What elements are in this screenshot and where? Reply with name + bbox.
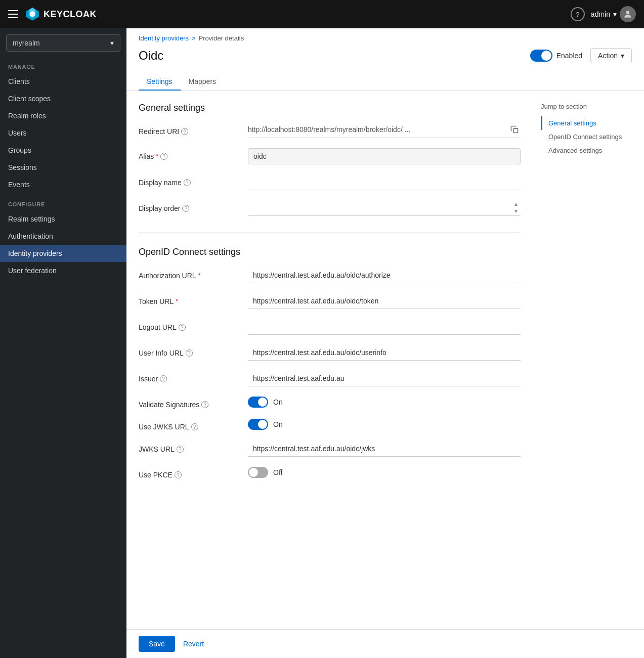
use-jwks-url-knob [258, 420, 267, 429]
issuer-control [248, 371, 521, 386]
sidebar-item-authentication[interactable]: Authentication [0, 228, 126, 245]
sidebar-label-realm-roles: Realm roles [8, 112, 46, 120]
display-name-control [248, 174, 521, 190]
logout-url-control [248, 319, 521, 335]
action-button[interactable]: Action ▾ [590, 48, 632, 63]
topnav: KEYCLOAK ? admin ▾ [0, 0, 644, 28]
validate-sig-help-icon[interactable]: ? [201, 401, 208, 408]
display-order-up[interactable]: ▲ [511, 201, 521, 208]
redirect-uri-value: http://localhost:8080/realms/myrealm/bro… [248, 125, 504, 134]
logo-text: KEYCLOAK [44, 9, 97, 20]
logout-url-help-icon[interactable]: ? [179, 324, 186, 331]
use-pkce-help-icon[interactable]: ? [175, 471, 182, 478]
jump-item-general[interactable]: General settings [541, 116, 636, 130]
use-pkce-toggle[interactable] [248, 467, 268, 478]
enabled-toggle-knob [541, 51, 551, 61]
jwks-url-input[interactable] [248, 441, 521, 457]
realm-selector[interactable]: myrealm ▾ [6, 34, 120, 52]
alias-required-star: * [156, 153, 158, 160]
user-caret-icon: ▾ [613, 10, 617, 18]
use-jwks-url-label: Use JWKS URL ? [139, 419, 240, 431]
form-area: General settings Redirect URI ? http://l… [126, 103, 533, 618]
tab-mappers[interactable]: Mappers [181, 73, 224, 91]
help-button[interactable]: ? [571, 7, 585, 21]
use-jwks-url-toggle-row: On [248, 419, 521, 430]
manage-section-label: Manage [0, 56, 126, 73]
userinfo-url-input[interactable] [248, 345, 521, 361]
sidebar-item-clients[interactable]: Clients [0, 73, 126, 90]
breadcrumb-current: Provider details [199, 34, 244, 42]
page-title: Oidc [139, 49, 522, 63]
jwks-url-help-icon[interactable]: ? [177, 446, 184, 453]
issuer-help-icon[interactable]: ? [160, 375, 167, 382]
use-jwks-url-control: On [248, 419, 521, 430]
use-jwks-url-row: Use JWKS URL ? On [139, 419, 521, 431]
menu-toggle[interactable] [8, 10, 18, 18]
sidebar-label-client-scopes: Client scopes [8, 95, 51, 103]
sidebar-label-clients: Clients [8, 77, 30, 85]
layout: myrealm ▾ Manage Clients Client scopes R… [0, 28, 644, 658]
enabled-toggle-wrap: Enabled [530, 50, 582, 62]
sidebar-item-client-scopes[interactable]: Client scopes [0, 90, 126, 107]
sidebar-item-realm-roles[interactable]: Realm roles [0, 107, 126, 124]
sidebar-item-groups[interactable]: Groups [0, 142, 126, 159]
display-order-input[interactable] [248, 200, 511, 215]
save-button[interactable]: Save [139, 636, 175, 652]
display-order-down[interactable]: ▼ [511, 208, 521, 215]
redirect-uri-row: Redirect URI ? http://localhost:8080/rea… [139, 123, 521, 138]
sidebar-label-identity-providers: Identity providers [8, 249, 62, 257]
auth-url-required-star: * [198, 272, 201, 279]
openid-settings-title: OpenID Connect settings [139, 247, 521, 257]
breadcrumb-parent[interactable]: Identity providers [139, 34, 189, 42]
jump-sidebar: Jump to section General settings OpenID … [533, 103, 644, 157]
use-jwks-url-toggle[interactable] [248, 419, 268, 430]
realm-name: myrealm [13, 39, 40, 47]
sidebar-item-identity-providers[interactable]: Identity providers [0, 245, 126, 262]
realm-caret-icon: ▾ [110, 39, 114, 47]
redirect-uri-help-icon[interactable]: ? [181, 128, 188, 135]
logout-url-input[interactable] [248, 319, 521, 335]
sidebar-label-events: Events [8, 181, 30, 189]
sidebar-label-realm-settings: Realm settings [8, 215, 55, 223]
user-menu[interactable]: admin ▾ [591, 6, 636, 22]
userinfo-url-help-icon[interactable]: ? [186, 349, 193, 357]
jwks-url-control [248, 441, 521, 457]
validate-signatures-knob [258, 398, 267, 407]
sidebar-item-realm-settings[interactable]: Realm settings [0, 210, 126, 228]
copy-redirect-uri-button[interactable] [508, 123, 521, 136]
jump-item-openid[interactable]: OpenID Connect settings [541, 130, 636, 144]
jump-item-advanced[interactable]: Advanced settings [541, 144, 636, 157]
sidebar-item-sessions[interactable]: Sessions [0, 159, 126, 176]
tab-settings[interactable]: Settings [139, 73, 181, 91]
action-label: Action [598, 52, 618, 60]
enabled-toggle[interactable] [530, 50, 552, 62]
display-name-input[interactable] [248, 174, 521, 190]
redirect-uri-control: http://localhost:8080/realms/myrealm/bro… [248, 123, 521, 138]
validate-signatures-toggle[interactable] [248, 397, 268, 408]
token-url-row: Token URL * [139, 293, 521, 309]
issuer-input[interactable] [248, 371, 521, 386]
sidebar-item-events[interactable]: Events [0, 176, 126, 193]
token-url-input[interactable] [248, 293, 521, 309]
sidebar-label-groups: Groups [8, 146, 31, 154]
use-jwks-help-icon[interactable]: ? [191, 423, 198, 430]
logout-url-label: Logout URL ? [139, 319, 240, 331]
validate-signatures-toggle-row: On [248, 397, 521, 408]
display-name-help-icon[interactable]: ? [184, 179, 191, 186]
sidebar: myrealm ▾ Manage Clients Client scopes R… [0, 28, 126, 658]
alias-help-icon[interactable]: ? [160, 153, 167, 160]
display-order-help-icon[interactable]: ? [182, 205, 189, 212]
sidebar-item-users[interactable]: Users [0, 124, 126, 142]
sidebar-item-user-federation[interactable]: User federation [0, 262, 126, 279]
validate-signatures-row: Validate Signatures ? On [139, 397, 521, 409]
general-settings-title: General settings [139, 103, 521, 113]
content-area: General settings Redirect URI ? http://l… [126, 91, 644, 658]
alias-input[interactable] [248, 148, 521, 164]
revert-button[interactable]: Revert [181, 636, 206, 652]
authorization-url-input[interactable] [248, 268, 521, 283]
section-separator-1 [139, 232, 521, 233]
token-url-control [248, 293, 521, 309]
breadcrumb: Identity providers > Provider details [126, 28, 644, 44]
action-caret-icon: ▾ [621, 52, 624, 60]
authorization-url-row: Authorization URL * [139, 268, 521, 283]
